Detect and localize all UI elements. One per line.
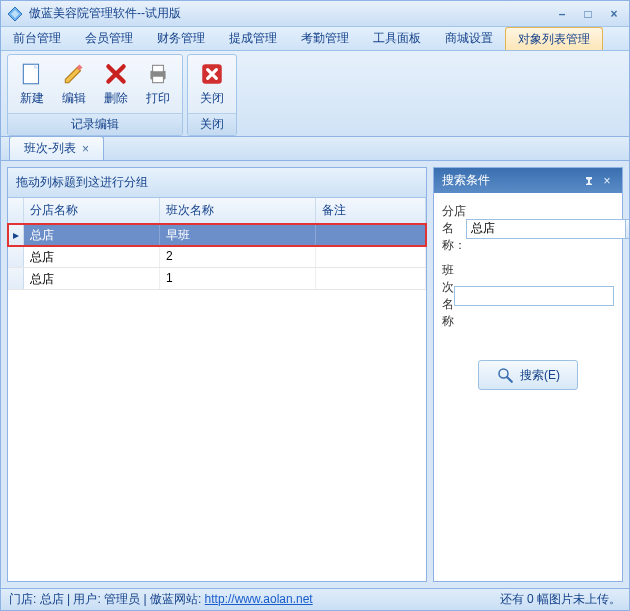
- titlebar: 傲蓝美容院管理软件--试用版 – □ ×: [1, 1, 629, 27]
- tab-label: 班次-列表: [24, 140, 76, 157]
- magnifier-icon: [496, 366, 514, 384]
- menu-tools[interactable]: 工具面板: [361, 27, 433, 50]
- menu-finance[interactable]: 财务管理: [145, 27, 217, 50]
- ribbon-group-edit-label: 记录编辑: [8, 113, 182, 135]
- ribbon: 新建 编辑 删除 打印 记录编辑: [1, 51, 629, 137]
- chevron-down-icon[interactable]: ▾: [625, 219, 629, 239]
- status-left: 门店: 总店 | 用户: 管理员 | 傲蓝网站: http://www.aola…: [9, 591, 500, 608]
- work-area: 拖动列标题到这进行分组 分店名称 班次名称 备注 ▸ 总店 早班 总店 2: [1, 161, 629, 588]
- svg-rect-5: [153, 65, 164, 72]
- tab-shift-list[interactable]: 班次-列表 ×: [9, 136, 104, 160]
- new-button[interactable]: 新建: [11, 58, 53, 110]
- delete-icon: [103, 61, 129, 87]
- ribbon-group-edit: 新建 编辑 删除 打印 记录编辑: [7, 54, 183, 136]
- store-name-input[interactable]: [466, 219, 625, 239]
- pin-icon[interactable]: [582, 174, 596, 188]
- menu-mall[interactable]: 商城设置: [433, 27, 505, 50]
- menu-attendance[interactable]: 考勤管理: [289, 27, 361, 50]
- menu-object-list[interactable]: 对象列表管理: [505, 27, 603, 50]
- system-buttons: – □ ×: [553, 7, 623, 21]
- column-headers: 分店名称 班次名称 备注: [8, 198, 426, 224]
- menu-reception[interactable]: 前台管理: [1, 27, 73, 50]
- menu-member[interactable]: 会员管理: [73, 27, 145, 50]
- search-button[interactable]: 搜索(E): [478, 360, 578, 390]
- close-icon: [199, 61, 225, 87]
- new-icon: [19, 61, 45, 87]
- col-shift-name[interactable]: 班次名称: [160, 198, 316, 223]
- close-tab-button[interactable]: 关闭: [191, 58, 233, 110]
- row-indicator-header: [8, 198, 24, 223]
- search-body: 分店名称： ▾ 班次名称 搜索(E): [434, 193, 622, 581]
- table-row[interactable]: 总店 2: [8, 246, 426, 268]
- app-window: 傲蓝美容院管理软件--试用版 – □ × 前台管理 会员管理 财务管理 提成管理…: [0, 0, 630, 611]
- panel-close-icon[interactable]: ×: [600, 174, 614, 188]
- minimize-button[interactable]: –: [553, 7, 571, 21]
- app-logo-icon: [7, 6, 23, 22]
- window-title: 傲蓝美容院管理软件--试用版: [29, 5, 553, 22]
- close-button[interactable]: ×: [605, 7, 623, 21]
- search-panel: 搜索条件 × 分店名称： ▾ 班次名称: [433, 167, 623, 582]
- svg-rect-6: [153, 76, 164, 83]
- website-link[interactable]: http://www.aolan.net: [205, 592, 313, 606]
- delete-button[interactable]: 删除: [95, 58, 137, 110]
- search-panel-title: 搜索条件: [442, 172, 578, 189]
- status-right: 还有 0 幅图片未上传。: [500, 591, 621, 608]
- field-store-name: 分店名称： ▾: [442, 203, 614, 254]
- menu-commission[interactable]: 提成管理: [217, 27, 289, 50]
- maximize-button[interactable]: □: [579, 7, 597, 21]
- table-row[interactable]: ▸ 总店 早班: [8, 224, 426, 246]
- ribbon-group-close: 关闭 关闭: [187, 54, 237, 136]
- col-store-name[interactable]: 分店名称: [24, 198, 160, 223]
- row-indicator-icon: ▸: [8, 224, 24, 245]
- tab-close-icon[interactable]: ×: [82, 142, 89, 156]
- edit-button[interactable]: 编辑: [53, 58, 95, 110]
- store-name-combo[interactable]: ▾: [466, 219, 629, 239]
- shift-name-label: 班次名称: [442, 262, 454, 330]
- shift-name-input[interactable]: [454, 286, 614, 306]
- grid-rows: ▸ 总店 早班 总店 2 总店 1: [8, 224, 426, 581]
- search-panel-header: 搜索条件 ×: [434, 168, 622, 193]
- field-shift-name: 班次名称: [442, 262, 614, 330]
- grid-panel: 拖动列标题到这进行分组 分店名称 班次名称 备注 ▸ 总店 早班 总店 2: [7, 167, 427, 582]
- print-icon: [145, 61, 171, 87]
- svg-line-9: [507, 377, 512, 382]
- print-button[interactable]: 打印: [137, 58, 179, 110]
- status-bar: 门店: 总店 | 用户: 管理员 | 傲蓝网站: http://www.aola…: [1, 588, 629, 610]
- store-name-label: 分店名称：: [442, 203, 466, 254]
- edit-icon: [61, 61, 87, 87]
- group-by-hint[interactable]: 拖动列标题到这进行分组: [8, 168, 426, 198]
- table-row[interactable]: 总店 1: [8, 268, 426, 290]
- ribbon-group-close-label: 关闭: [188, 113, 236, 135]
- menubar: 前台管理 会员管理 财务管理 提成管理 考勤管理 工具面板 商城设置 对象列表管…: [1, 27, 629, 51]
- tab-strip: 班次-列表 ×: [1, 137, 629, 161]
- col-remark[interactable]: 备注: [316, 198, 426, 223]
